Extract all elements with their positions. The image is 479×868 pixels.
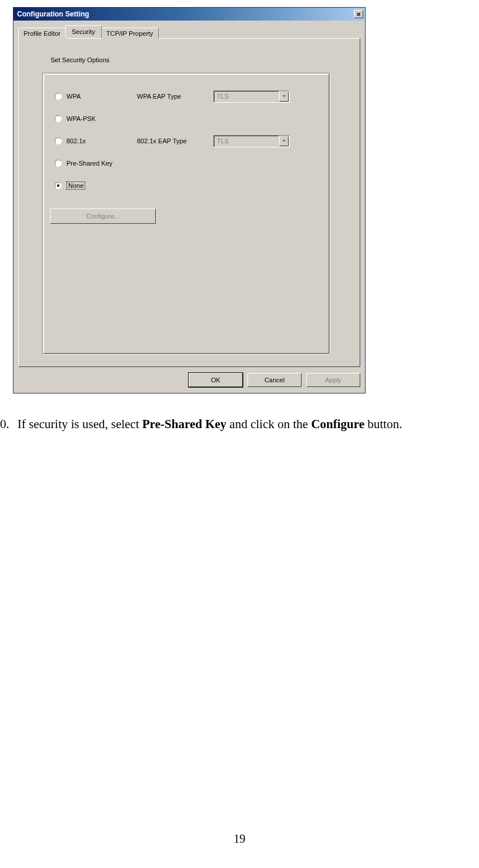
tab-security[interactable]: Security: [65, 25, 102, 38]
radio-802-1x[interactable]: [55, 137, 62, 144]
wpa-eap-type-value: TLS: [214, 91, 279, 102]
dot1x-eap-type-value: TLS: [214, 136, 279, 147]
dialog-title: Configuration Setting: [17, 10, 89, 18]
instruction-bold2: Configure: [311, 417, 364, 431]
radio-wpa-label: WPA: [66, 93, 81, 100]
configure-button[interactable]: Configure...: [50, 208, 156, 224]
instruction-post: button.: [364, 417, 402, 431]
security-options-fieldset: WPA WPA EAP Type TLS: [42, 73, 330, 355]
dialog-button-row: OK Cancel Apply: [18, 373, 360, 387]
radio-wpa-psk-label: WPA-PSK: [66, 115, 96, 122]
radio-wpa-psk[interactable]: [55, 115, 62, 122]
row-wpa: WPA WPA EAP Type TLS: [55, 85, 318, 107]
tab-profile-editor[interactable]: Profile Editor: [18, 28, 66, 39]
tab-panel-security: Set Security Options WPA WPA EAP Type TL…: [18, 38, 360, 367]
instruction-text: 0.If security is used, select Pre-Shared…: [0, 417, 402, 432]
configuration-dialog: Configuration Setting ✕ Profile Editor S…: [13, 7, 366, 393]
radio-802-1x-label: 802.1x: [66, 137, 86, 144]
radio-wpa[interactable]: [55, 93, 62, 100]
row-wpa-psk: WPA-PSK: [55, 107, 318, 130]
row-802-1x: 802.1x 802.1x EAP Type TLS: [55, 130, 318, 152]
row-none: None: [55, 174, 318, 197]
instruction-bold1: Pre-Shared Key: [142, 417, 226, 431]
dialog-body: Profile Editor Security TCP/IP Property …: [14, 21, 365, 393]
tab-tcpip[interactable]: TCP/IP Property: [101, 28, 159, 39]
apply-button[interactable]: Apply: [306, 373, 360, 387]
wpa-eap-type-label: WPA EAP Type: [137, 93, 181, 100]
row-psk: Pre-Shared Key: [55, 152, 318, 174]
cancel-button[interactable]: Cancel: [247, 373, 302, 387]
group-label: Set Security Options: [51, 56, 348, 63]
tabs: Profile Editor Security TCP/IP Property: [18, 25, 360, 38]
dropdown-button[interactable]: [279, 92, 289, 102]
dropdown-button[interactable]: [279, 136, 289, 146]
instruction-mid: and click on the: [226, 417, 311, 431]
dot1x-eap-type-label: 802.1x EAP Type: [137, 137, 187, 144]
svg-marker-0: [282, 95, 286, 97]
instruction-number: 0.: [0, 417, 9, 431]
dot1x-eap-type-dropdown[interactable]: TLS: [213, 135, 290, 147]
instruction-pre: If security is used, select: [18, 417, 142, 431]
page-number: 19: [0, 832, 479, 846]
radio-psk-label: Pre-Shared Key: [66, 160, 112, 167]
svg-marker-1: [282, 140, 286, 142]
chevron-down-icon: [282, 140, 286, 142]
close-button[interactable]: ✕: [354, 10, 363, 18]
radio-none-label: None: [66, 181, 85, 190]
ok-button[interactable]: OK: [189, 373, 243, 387]
radio-none[interactable]: [55, 182, 62, 189]
wpa-eap-type-dropdown[interactable]: TLS: [213, 90, 290, 103]
titlebar[interactable]: Configuration Setting ✕: [14, 8, 365, 21]
radio-psk[interactable]: [55, 160, 62, 167]
chevron-down-icon: [282, 95, 286, 97]
close-icon: ✕: [356, 11, 361, 18]
radio-dot-icon: [57, 184, 59, 187]
